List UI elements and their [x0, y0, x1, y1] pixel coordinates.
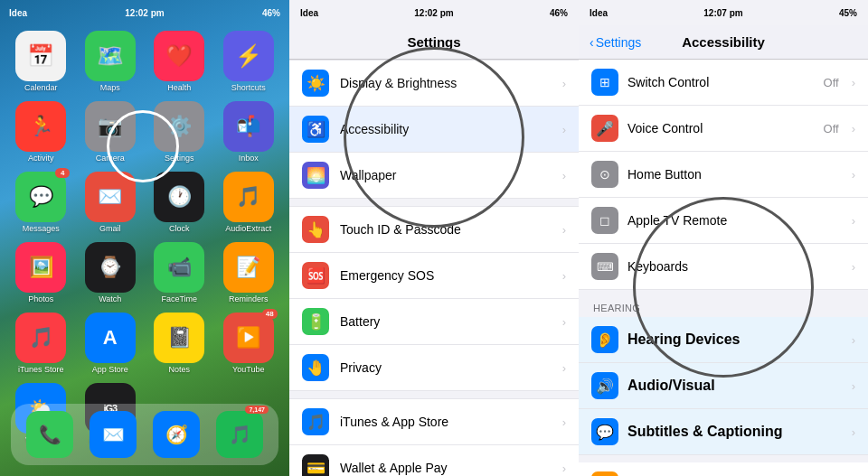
iphone-home-panel: Idea 12:02 pm 46% 📅 Calendar 🗺️ Maps ❤️ …	[0, 0, 289, 476]
back-label: Settings	[596, 35, 642, 50]
switch-control-icon: ⊞	[591, 69, 618, 96]
accessibility-label: Accessibility	[340, 122, 552, 136]
battery-icon: 🔋	[302, 308, 329, 335]
hearing-devices-chevron: ›	[852, 333, 855, 347]
settings-panel: Idea 12:02 pm 46% Settings ☀️ Display & …	[289, 0, 579, 476]
acc-nav-title: Accessibility	[682, 34, 765, 50]
acc-row-switch-control[interactable]: ⊞ Switch Control Off ›	[579, 60, 868, 106]
keyboards-icon: ⌨	[591, 253, 618, 280]
s2-time: 12:02 pm	[414, 8, 453, 18]
sos-label: Emergency SOS	[340, 268, 552, 283]
settings-group-security: 👆 Touch ID & Passcode › 🆘 Emergency SOS …	[289, 206, 579, 391]
subtitles-icon: 💬	[591, 418, 618, 445]
accessibility-chevron: ›	[562, 123, 566, 136]
switch-control-chevron: ›	[852, 76, 855, 89]
voice-control-chevron: ›	[852, 122, 855, 135]
app-appstore[interactable]: A App Store	[79, 313, 143, 374]
app-grid: 📅 Calendar 🗺️ Maps ❤️ Health ⚡ Shortcuts	[9, 31, 280, 444]
settings-row-wallpaper[interactable]: 🌅 Wallpaper ›	[289, 153, 579, 199]
settings-nav-title: Settings	[407, 34, 460, 50]
apple-tv-remote-icon: ◻	[591, 207, 618, 234]
audio-visual-icon: 🔊	[591, 372, 618, 399]
wallpaper-label: Wallpaper	[340, 168, 552, 182]
app-itunes[interactable]: 🎵 iTunes Store	[9, 313, 73, 374]
acc-row-subtitles[interactable]: 💬 Subtitles & Captioning ›	[579, 409, 868, 455]
app-notes[interactable]: 📓 Notes	[147, 313, 212, 374]
s3-carrier: Idea	[590, 8, 608, 18]
itunes-label: iTunes & App Store	[340, 415, 552, 429]
dock-safari[interactable]: 🧭	[153, 411, 200, 458]
accessibility-icon: ♿	[302, 116, 329, 143]
settings-row-sos[interactable]: 🆘 Emergency SOS ›	[289, 253, 579, 299]
acc-section-hearing: HEARING	[579, 297, 868, 317]
back-chevron-icon: ‹	[590, 35, 594, 50]
privacy-chevron: ›	[562, 361, 566, 375]
accessibility-panel: Idea 12:07 pm 45% ‹ Settings Accessibili…	[579, 0, 868, 476]
settings-nav-bar: Settings	[289, 25, 579, 60]
app-facetime[interactable]: 📹 FaceTime	[147, 242, 212, 303]
display-chevron: ›	[562, 77, 566, 90]
sos-icon: 🆘	[302, 262, 329, 289]
app-gmail[interactable]: ✉️ Gmail	[79, 172, 143, 233]
app-audioextract[interactable]: 🎵 AudioExtract	[217, 172, 281, 233]
acc-status-bar: Idea 12:07 pm 45%	[579, 0, 868, 25]
app-maps[interactable]: 🗺️ Maps	[79, 31, 143, 92]
wallpaper-icon: 🌅	[302, 162, 329, 189]
privacy-label: Privacy	[340, 360, 552, 375]
hearing-devices-icon: 👂	[591, 326, 618, 353]
wallet-icon: 💳	[302, 454, 329, 476]
acc-back-button[interactable]: ‹ Settings	[590, 35, 641, 50]
battery-chevron: ›	[562, 315, 566, 329]
acc-group-hearing: 👂 Hearing Devices › 🔊 Audio/Visual › 💬 S…	[579, 317, 868, 455]
dock-phone[interactable]: 📞	[26, 411, 73, 458]
app-messages[interactable]: 💬 4 Messages	[9, 172, 73, 233]
apple-tv-remote-chevron: ›	[852, 214, 855, 228]
acc-group-general: ◎ Guided Access On › ◉ Siri › ♿ Accessib…	[579, 462, 868, 476]
app-watch[interactable]: ⌚ Watch	[79, 242, 143, 303]
app-activity[interactable]: 🏃 Activity	[9, 101, 73, 163]
acc-row-home-button[interactable]: ⊙ Home Button ›	[579, 152, 868, 198]
touchid-icon: 👆	[302, 216, 329, 243]
app-calendar[interactable]: 📅 Calendar	[9, 31, 73, 92]
wallet-label: Wallet & Apple Pay	[340, 461, 552, 475]
settings-row-touchid[interactable]: 👆 Touch ID & Passcode ›	[289, 206, 579, 253]
app-camera[interactable]: 📷 Camera	[79, 101, 143, 163]
app-photos[interactable]: 🖼️ Photos	[9, 242, 73, 303]
app-health[interactable]: ❤️ Health	[147, 31, 212, 92]
app-youtube[interactable]: ▶️ 48 YouTube	[217, 313, 281, 374]
app-reminders[interactable]: 📝 Reminders	[217, 242, 281, 303]
home-status-bar: Idea 12:02 pm 46%	[0, 0, 289, 25]
settings-row-battery[interactable]: 🔋 Battery ›	[289, 299, 579, 345]
acc-row-audio-visual[interactable]: 🔊 Audio/Visual ›	[579, 363, 868, 409]
acc-row-guided-access[interactable]: ◎ Guided Access On ›	[579, 462, 868, 476]
itunes-icon: 🎵	[302, 408, 329, 435]
settings-status-bar: Idea 12:02 pm 46%	[289, 0, 579, 25]
settings-row-wallet[interactable]: 💳 Wallet & Apple Pay ›	[289, 445, 579, 476]
switch-control-value: Off	[824, 76, 839, 89]
app-inbox[interactable]: 📬 Inbox	[217, 101, 281, 163]
acc-row-keyboards[interactable]: ⌨ Keyboards ›	[579, 244, 868, 290]
app-clock[interactable]: 🕐 Clock	[147, 172, 212, 233]
acc-row-hearing-devices[interactable]: 👂 Hearing Devices ›	[579, 317, 868, 363]
acc-row-voice-control[interactable]: 🎤 Voice Control Off ›	[579, 106, 868, 152]
privacy-icon: 🤚	[302, 354, 329, 381]
app-shortcuts[interactable]: ⚡ Shortcuts	[217, 31, 281, 92]
carrier-label: Idea	[9, 8, 27, 18]
settings-row-privacy[interactable]: 🤚 Privacy ›	[289, 345, 579, 391]
acc-row-apple-tv-remote[interactable]: ◻ Apple TV Remote ›	[579, 198, 868, 244]
home-button-label: Home Button	[627, 167, 843, 182]
dock-spotify[interactable]: 🎵 7,147	[216, 411, 263, 458]
itunes-chevron: ›	[562, 415, 566, 429]
settings-row-display[interactable]: ☀️ Display & Brightness ›	[289, 60, 579, 107]
s3-battery: 45%	[839, 8, 857, 18]
app-settings[interactable]: ⚙️ Settings	[147, 101, 212, 163]
s3-time: 12:07 pm	[703, 8, 742, 18]
s2-carrier: Idea	[300, 8, 318, 18]
time-label: 12:02 pm	[125, 8, 164, 18]
keyboards-label: Keyboards	[627, 259, 843, 274]
dock-mail[interactable]: ✉️	[90, 411, 137, 458]
sos-chevron: ›	[562, 269, 566, 283]
settings-row-itunes[interactable]: 🎵 iTunes & App Store ›	[289, 398, 579, 445]
app-dock: 📞 ✉️ 🧭 🎵 7,147	[11, 404, 278, 465]
settings-row-accessibility[interactable]: ♿ Accessibility ›	[289, 107, 579, 153]
